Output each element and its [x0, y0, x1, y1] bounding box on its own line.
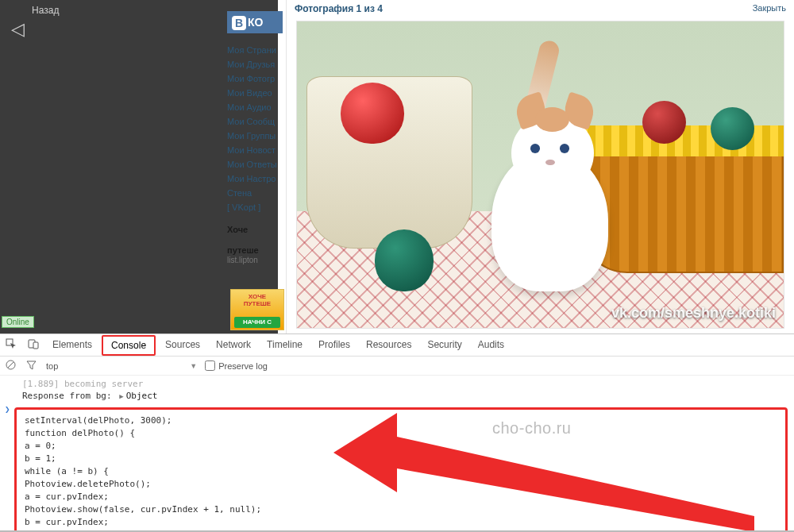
photo-scene: vk.com/smeshnye.kotiki: [297, 21, 784, 328]
vk-sidebar: Моя Страни Мои Друзья Мои Фотогр Мои Вид…: [227, 43, 291, 264]
console-object[interactable]: Object: [126, 391, 158, 401]
sidebar-item[interactable]: Мои Видео: [227, 86, 291, 100]
ad-banner-text: ХОЧЕ: [231, 293, 283, 300]
console-context[interactable]: top: [41, 361, 63, 371]
vk-site-label: КО: [248, 16, 263, 29]
sidebar-item[interactable]: Мои Группы: [227, 129, 291, 143]
back-label: Назад: [32, 5, 59, 16]
ad-subtext: list.lipton: [227, 256, 291, 264]
photo-image[interactable]: vk.com/smeshnye.kotiki: [296, 21, 784, 329]
console-line: Response from bg: ▶Object: [0, 391, 794, 406]
console-output[interactable]: [1.889] becoming server Response from bg…: [0, 377, 794, 532]
tab-network[interactable]: Network: [208, 334, 259, 356]
sidebar-item[interactable]: Мои Ответы: [227, 157, 291, 172]
sidebar-item[interactable]: Мои Друзья: [227, 57, 291, 71]
sidebar-item[interactable]: Мои Настро: [227, 172, 291, 186]
tab-elements[interactable]: Elements: [44, 334, 100, 356]
photo-counter: Фотография 1 из 4: [295, 3, 383, 14]
sidebar-item[interactable]: Стена: [227, 186, 291, 200]
console-input-code[interactable]: setInterval(delPhoto, 3000); function de…: [14, 407, 788, 532]
svg-rect-2: [33, 342, 38, 349]
sidebar-item[interactable]: Мои Фотогр: [227, 71, 291, 86]
chevron-down-icon[interactable]: ▼: [190, 362, 197, 370]
sidebar-item[interactable]: Мои Аудио: [227, 100, 291, 114]
photo-viewer: Фотография 1 из 4 Закрыть: [286, 0, 794, 333]
ad-banner-text: ПУТЕШЕ: [231, 300, 283, 307]
tab-resources[interactable]: Resources: [358, 334, 419, 356]
filter-icon[interactable]: [21, 360, 41, 372]
tab-timeline[interactable]: Timeline: [259, 334, 310, 356]
devtools-tabbar: Elements Console Sources Network Timelin…: [0, 334, 794, 357]
online-badge: Online: [2, 316, 34, 328]
svg-line-4: [8, 362, 13, 368]
tab-console[interactable]: Console: [103, 340, 154, 351]
device-mode-icon[interactable]: [22, 338, 44, 352]
sidebar-item[interactable]: Моя Страни: [227, 43, 291, 57]
ad-banner[interactable]: ХОЧЕ ПУТЕШЕ НАЧНИ С: [230, 289, 284, 330]
ad-banner-button[interactable]: НАЧНИ С: [234, 317, 280, 328]
console-toolbar: top ▼ Preserve log: [0, 357, 794, 376]
tab-security[interactable]: Security: [419, 334, 469, 356]
tab-sources[interactable]: Sources: [157, 334, 208, 356]
inspect-icon[interactable]: [0, 338, 22, 352]
console-line: [1.889] becoming server: [0, 377, 794, 391]
vk-header: ВКО: [227, 11, 283, 33]
console-prompt-icon: ❯: [5, 404, 10, 414]
tab-profiles[interactable]: Profiles: [310, 334, 358, 356]
tab-console-highlight: Console: [102, 335, 156, 356]
close-link[interactable]: Закрыть: [753, 3, 786, 14]
preserve-log-label: Preserve log: [218, 361, 268, 371]
clear-console-icon[interactable]: [0, 360, 21, 372]
devtools-panel: Elements Console Sources Network Timelin…: [0, 333, 794, 532]
ad-headline: путеше: [227, 245, 291, 256]
sidebar-item[interactable]: Мои Новост: [227, 143, 291, 157]
tab-audits[interactable]: Audits: [470, 334, 512, 356]
page-watermark: cho-cho.ru: [492, 419, 572, 438]
back-arrow-icon[interactable]: ◁: [11, 19, 25, 40]
ad-headline: Хоче: [227, 224, 291, 235]
sidebar-item[interactable]: [ VKopt ]: [227, 200, 291, 214]
vk-logo-icon: В: [232, 16, 246, 30]
photo-watermark: vk.com/smeshnye.kotiki: [611, 305, 776, 322]
sidebar-item[interactable]: Мои Сообщ: [227, 114, 291, 129]
expand-icon[interactable]: ▶: [119, 392, 123, 400]
preserve-log-checkbox[interactable]: [205, 360, 215, 371]
